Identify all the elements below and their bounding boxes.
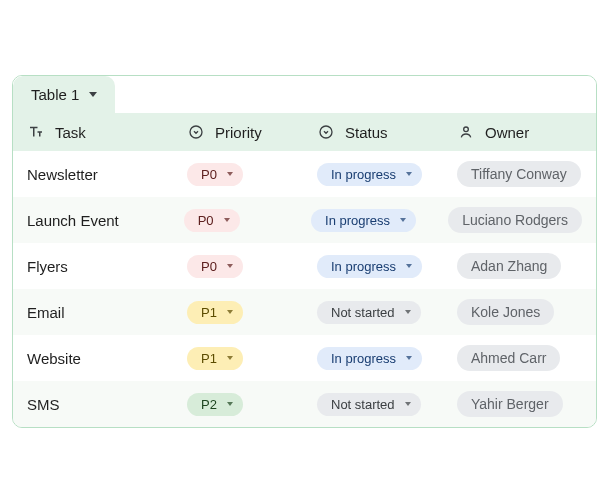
tab-label: Table 1 — [31, 86, 79, 103]
table-row: Launch EventP0In progressLuciano Rodgers — [13, 197, 596, 243]
table-header: Task Priority Status Owner — [13, 113, 596, 151]
priority-pill[interactable]: P2 — [187, 393, 243, 416]
col-header-label: Task — [55, 124, 86, 141]
cell-priority: P1 — [187, 301, 317, 324]
dropdown-circle-icon — [187, 123, 205, 141]
table-row: EmailP1Not startedKole Jones — [13, 289, 596, 335]
cell-owner: Adan Zhang — [457, 253, 582, 279]
owner-pill[interactable]: Adan Zhang — [457, 253, 561, 279]
task-table: Table 1 Task Priority Status O — [12, 75, 597, 428]
chevron-down-icon — [89, 92, 97, 97]
owner-name: Kole Jones — [471, 304, 540, 320]
cell-priority: P0 — [187, 163, 317, 186]
cell-status: In progress — [311, 209, 448, 232]
table-row: WebsiteP1In progressAhmed Carr — [13, 335, 596, 381]
chevron-down-icon — [406, 172, 412, 176]
priority-pill[interactable]: P0 — [187, 255, 243, 278]
owner-pill[interactable]: Kole Jones — [457, 299, 554, 325]
owner-pill[interactable]: Tiffany Conway — [457, 161, 581, 187]
table-body: NewsletterP0In progressTiffany ConwayLau… — [13, 151, 596, 427]
priority-label: P0 — [198, 213, 214, 228]
cell-owner: Tiffany Conway — [457, 161, 582, 187]
status-pill[interactable]: In progress — [317, 255, 422, 278]
owner-pill[interactable]: Yahir Berger — [457, 391, 563, 417]
status-label: In progress — [325, 213, 390, 228]
status-label: In progress — [331, 167, 396, 182]
chevron-down-icon — [405, 310, 411, 314]
priority-label: P0 — [201, 167, 217, 182]
chevron-down-icon — [227, 310, 233, 314]
cell-priority: P0 — [187, 255, 317, 278]
status-label: In progress — [331, 259, 396, 274]
cell-status: Not started — [317, 301, 457, 324]
col-header-status[interactable]: Status — [317, 123, 457, 141]
status-pill[interactable]: Not started — [317, 301, 421, 324]
chevron-down-icon — [227, 172, 233, 176]
cell-priority: P2 — [187, 393, 317, 416]
col-header-priority[interactable]: Priority — [187, 123, 317, 141]
table-row: NewsletterP0In progressTiffany Conway — [13, 151, 596, 197]
owner-name: Tiffany Conway — [471, 166, 567, 182]
status-pill[interactable]: In progress — [311, 209, 416, 232]
col-header-label: Status — [345, 124, 388, 141]
priority-pill[interactable]: P0 — [184, 209, 240, 232]
priority-pill[interactable]: P1 — [187, 301, 243, 324]
chevron-down-icon — [227, 264, 233, 268]
owner-pill[interactable]: Ahmed Carr — [457, 345, 560, 371]
task-name: SMS — [27, 396, 60, 413]
svg-point-2 — [464, 127, 469, 132]
cell-status: Not started — [317, 393, 457, 416]
table-row: FlyersP0In progressAdan Zhang — [13, 243, 596, 289]
status-pill[interactable]: In progress — [317, 163, 422, 186]
task-name: Newsletter — [27, 166, 98, 183]
cell-status: In progress — [317, 255, 457, 278]
svg-point-0 — [190, 126, 202, 138]
owner-name: Luciano Rodgers — [462, 212, 568, 228]
cell-status: In progress — [317, 163, 457, 186]
chevron-down-icon — [400, 218, 406, 222]
task-name: Website — [27, 350, 81, 367]
owner-name: Adan Zhang — [471, 258, 547, 274]
task-name: Launch Event — [27, 212, 119, 229]
priority-label: P1 — [201, 351, 217, 366]
owner-pill[interactable]: Luciano Rodgers — [448, 207, 582, 233]
cell-status: In progress — [317, 347, 457, 370]
tab-table1[interactable]: Table 1 — [13, 76, 115, 113]
col-header-owner[interactable]: Owner — [457, 123, 582, 141]
text-icon — [27, 123, 45, 141]
person-icon — [457, 123, 475, 141]
col-header-label: Owner — [485, 124, 529, 141]
chevron-down-icon — [405, 402, 411, 406]
owner-name: Ahmed Carr — [471, 350, 546, 366]
status-pill[interactable]: In progress — [317, 347, 422, 370]
table-row: SMSP2Not startedYahir Berger — [13, 381, 596, 427]
chevron-down-icon — [227, 356, 233, 360]
chevron-down-icon — [224, 218, 230, 222]
col-header-task[interactable]: Task — [27, 123, 187, 141]
tab-bar: Table 1 — [13, 76, 596, 113]
cell-owner: Luciano Rodgers — [448, 207, 582, 233]
status-label: Not started — [331, 397, 395, 412]
col-header-label: Priority — [215, 124, 262, 141]
priority-label: P2 — [201, 397, 217, 412]
dropdown-circle-icon — [317, 123, 335, 141]
owner-name: Yahir Berger — [471, 396, 549, 412]
cell-priority: P1 — [187, 347, 317, 370]
cell-priority: P0 — [184, 209, 311, 232]
svg-point-1 — [320, 126, 332, 138]
cell-task: SMS — [27, 396, 187, 413]
cell-task: Newsletter — [27, 166, 187, 183]
priority-pill[interactable]: P0 — [187, 163, 243, 186]
task-name: Email — [27, 304, 65, 321]
cell-task: Flyers — [27, 258, 187, 275]
cell-owner: Yahir Berger — [457, 391, 582, 417]
chevron-down-icon — [406, 264, 412, 268]
task-name: Flyers — [27, 258, 68, 275]
status-label: Not started — [331, 305, 395, 320]
status-pill[interactable]: Not started — [317, 393, 421, 416]
cell-owner: Kole Jones — [457, 299, 582, 325]
status-label: In progress — [331, 351, 396, 366]
cell-task: Email — [27, 304, 187, 321]
chevron-down-icon — [406, 356, 412, 360]
priority-pill[interactable]: P1 — [187, 347, 243, 370]
